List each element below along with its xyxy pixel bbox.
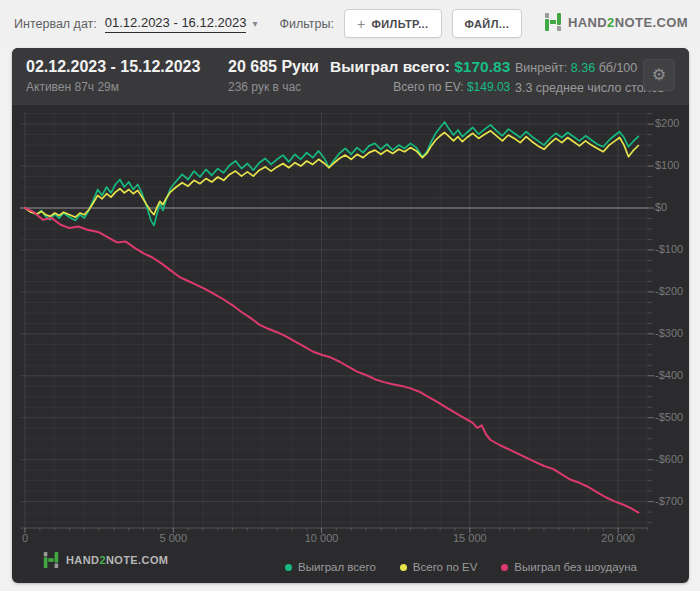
y-axis-label: $100 xyxy=(655,159,679,171)
plus-icon: + xyxy=(357,16,366,32)
y-axis-label: -$100 xyxy=(655,243,683,255)
legend-item[interactable]: Выиграл без шоудауна xyxy=(501,561,637,573)
won-total-label: Выиграл всего: xyxy=(330,58,450,75)
date-range-input[interactable]: 01.12.2023 - 16.12.2023 xyxy=(105,15,247,33)
legend-dot-icon xyxy=(285,564,292,571)
x-axis-label: 0 xyxy=(22,532,28,544)
gear-icon: ⚙ xyxy=(652,67,666,83)
ev-total-label: Всего по EV: xyxy=(393,80,463,94)
filter-button-label: ФИЛЬТР... xyxy=(372,18,429,30)
x-axis-label: 5 000 xyxy=(160,532,188,544)
chart-legend: Выиграл всегоВсего по EVВыиграл без шоуд… xyxy=(285,561,637,573)
ev-total-value: $149.03 xyxy=(467,80,510,94)
hand2note-logo-icon xyxy=(544,13,562,31)
hand2note-logo: HAND2NOTE.COM xyxy=(544,13,688,31)
report-date-range: 02.12.2023 - 15.12.2023 xyxy=(26,57,200,77)
legend-label: Всего по EV xyxy=(413,561,478,573)
x-axis-label: 10 000 xyxy=(305,532,339,544)
x-axis-label: 15 000 xyxy=(453,532,487,544)
hands-per-hour: 236 рук в час xyxy=(228,79,319,95)
y-axis-label: -$400 xyxy=(655,369,683,381)
y-axis-label: $0 xyxy=(655,201,667,213)
winrate-unit: бб/100 xyxy=(599,61,638,75)
chevron-down-icon[interactable]: ▾ xyxy=(252,18,257,29)
y-axis-label: -$600 xyxy=(655,453,683,465)
y-axis-label: $200 xyxy=(655,117,679,129)
top-toolbar: Интервал дат: 01.12.2023 - 16.12.2023 ▾ … xyxy=(0,0,700,47)
winrate-label: Винрейт: xyxy=(515,61,567,75)
legend-label: Выиграл без шоудауна xyxy=(514,561,637,573)
legend-label: Выиграл всего xyxy=(298,561,376,573)
y-axis-label: -$200 xyxy=(655,285,683,297)
hand2note-logo-icon xyxy=(43,552,59,568)
chart-watermark-logo: HAND2NOTE.COM xyxy=(42,551,168,569)
legend-dot-icon xyxy=(400,564,407,571)
y-axis-label: -$500 xyxy=(655,411,683,423)
hand2note-logo-text: HAND2NOTE.COM xyxy=(66,554,168,566)
filters-label: Фильтры: xyxy=(279,17,333,31)
file-button[interactable]: ФАЙЛ... xyxy=(452,9,523,38)
legend-item[interactable]: Всего по EV xyxy=(400,561,478,573)
interval-label: Интервал дат: xyxy=(14,17,97,31)
y-axis-label: -$700 xyxy=(655,495,683,507)
active-time: Активен 87ч 29м xyxy=(26,79,200,95)
settings-button[interactable]: ⚙ xyxy=(643,59,675,91)
legend-dot-icon xyxy=(501,564,508,571)
won-total-value: $170.83 xyxy=(454,58,510,75)
file-button-label: ФАЙЛ... xyxy=(465,18,510,30)
x-axis-label: 20 000 xyxy=(601,532,635,544)
report-panel: 02.12.2023 - 15.12.2023 Активен 87ч 29м … xyxy=(12,48,689,583)
winrate-value: 8.36 xyxy=(571,61,595,75)
report-header: 02.12.2023 - 15.12.2023 Активен 87ч 29м … xyxy=(12,48,689,105)
filter-button[interactable]: + ФИЛЬТР... xyxy=(344,9,442,38)
hands-count: 20 685 Руки xyxy=(228,57,319,77)
y-axis-label: -$300 xyxy=(655,327,683,339)
legend-item[interactable]: Выиграл всего xyxy=(285,561,376,573)
hand2note-logo-text: HAND2NOTE.COM xyxy=(568,15,688,30)
